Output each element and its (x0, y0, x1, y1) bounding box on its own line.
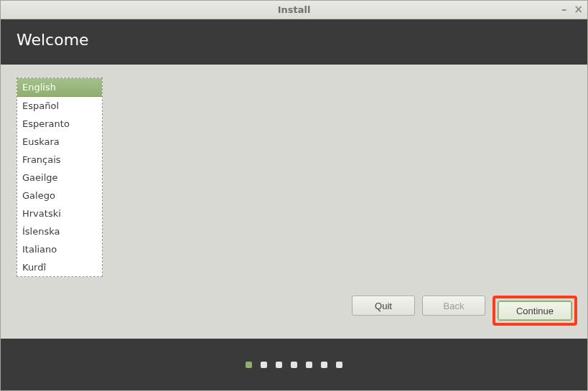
minimize-icon[interactable]: – (561, 4, 567, 15)
window-title: Install (278, 4, 311, 15)
window-controls: – × (561, 1, 583, 19)
language-list[interactable]: EnglishEspañolEsperantoEuskaraFrançaisGa… (17, 77, 103, 277)
language-item[interactable]: Gaeilge (17, 169, 102, 187)
language-item[interactable]: Italiano (17, 240, 102, 258)
progress-dot (276, 362, 282, 368)
language-item[interactable]: Français (17, 151, 102, 169)
page-header: Welcome (1, 19, 587, 65)
button-bar: Quit Back Continue (1, 287, 587, 339)
progress-dot (321, 362, 327, 368)
progress-dot (261, 362, 267, 368)
language-item[interactable]: Galego (17, 187, 102, 204)
progress-dot (336, 362, 342, 368)
language-item[interactable]: Euskara (17, 133, 102, 151)
progress-dot (306, 362, 312, 368)
progress-dot (246, 362, 252, 368)
continue-button[interactable]: Continue (498, 301, 572, 321)
language-item[interactable]: English (17, 78, 102, 97)
page-title: Welcome (17, 31, 89, 49)
language-item[interactable]: Hrvatski (17, 204, 102, 222)
close-icon[interactable]: × (574, 4, 583, 15)
language-item[interactable]: Español (17, 97, 102, 115)
titlebar: Install – × (1, 1, 587, 19)
progress-dots (1, 339, 587, 390)
quit-button[interactable]: Quit (352, 296, 415, 316)
language-item[interactable]: Íslenska (17, 222, 102, 240)
language-item[interactable]: Esperanto (17, 115, 102, 133)
back-button: Back (422, 296, 485, 316)
continue-highlight: Continue (493, 296, 577, 326)
language-item[interactable]: Kurdî (17, 258, 102, 276)
content-area: EnglishEspañolEsperantoEuskaraFrançaisGa… (1, 65, 587, 287)
progress-dot (291, 362, 297, 368)
installer-window: Install – × Welcome EnglishEspañolEspera… (0, 0, 588, 391)
